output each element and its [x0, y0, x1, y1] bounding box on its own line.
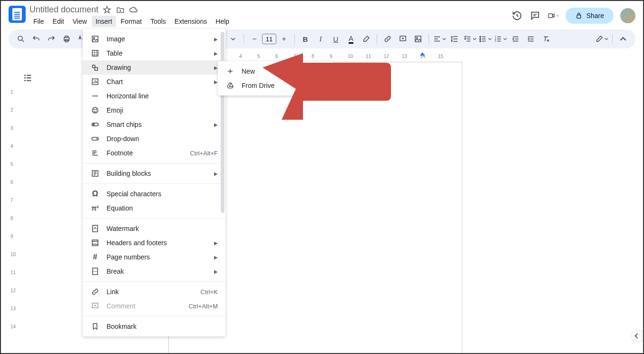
- share-button[interactable]: Share: [566, 8, 614, 24]
- ruler-number: 10: [10, 252, 16, 257]
- line-spacing-icon[interactable]: [448, 32, 461, 46]
- plus-icon: [225, 67, 235, 76]
- menu-extensions[interactable]: Extensions: [171, 16, 211, 27]
- side-panel-toggle-icon[interactable]: [631, 330, 642, 342]
- ruler-number: 9: [330, 54, 332, 59]
- ruler-number: 13: [402, 54, 407, 59]
- menu-item-break[interactable]: Break▶: [83, 264, 225, 278]
- ruler-number: 8: [10, 216, 13, 221]
- menu-format[interactable]: Format: [117, 16, 146, 27]
- right-margin-marker[interactable]: [420, 52, 425, 56]
- document-title[interactable]: Untitled document: [29, 5, 98, 15]
- highlight-icon[interactable]: [360, 32, 373, 46]
- italic-icon[interactable]: I: [314, 32, 327, 46]
- underline-icon[interactable]: U: [329, 32, 342, 46]
- submenu-item-label: New: [242, 67, 325, 75]
- editing-mode-icon[interactable]: [595, 32, 608, 46]
- menu-divider: [83, 316, 225, 316]
- menu-item-label: Link: [107, 288, 194, 296]
- move-icon[interactable]: [116, 5, 125, 15]
- cloud-status-icon[interactable]: [129, 5, 138, 15]
- menu-item-label: Page numbers: [107, 253, 207, 261]
- decrease-font-icon[interactable]: [248, 32, 261, 46]
- numbered-list-icon[interactable]: 123: [494, 32, 507, 46]
- menu-item-headers-and-footers[interactable]: Headers and footers▶: [83, 236, 225, 250]
- menu-item-page-numbers[interactable]: #Page numbers▶: [83, 250, 225, 264]
- insert-image-icon[interactable]: [411, 32, 425, 46]
- styles-dropdown-arrow-icon[interactable]: [226, 32, 240, 46]
- menu-item-label: Building blocks: [107, 170, 207, 177]
- menu-tools[interactable]: Tools: [146, 16, 170, 27]
- menu-edit[interactable]: Edit: [49, 16, 68, 27]
- outline-toggle-icon[interactable]: [21, 71, 34, 85]
- pi-icon: π²: [90, 203, 100, 213]
- menu-item-chart[interactable]: Chart▶: [83, 75, 225, 89]
- menu-item-smart-chips[interactable]: Smart chips▶: [83, 117, 225, 132]
- menu-item-watermark[interactable]: Watermark: [83, 221, 225, 236]
- chart-icon: [90, 77, 100, 86]
- ruler-number: 7: [293, 54, 296, 59]
- increase-indent-icon[interactable]: [524, 32, 537, 46]
- menu-item-label: Chart: [107, 78, 207, 86]
- align-icon[interactable]: [433, 32, 446, 46]
- ruler-number: 1: [10, 89, 13, 95]
- checklist-icon[interactable]: [463, 32, 477, 46]
- svg-rect-18: [95, 67, 98, 70]
- menu-view[interactable]: View: [69, 16, 91, 27]
- submenu-arrow-icon: ▶: [214, 51, 218, 56]
- add-comment-icon[interactable]: [396, 32, 410, 46]
- menu-file[interactable]: File: [29, 16, 48, 27]
- ruler-number: 4: [239, 54, 242, 59]
- ruler-number: 3: [10, 125, 13, 131]
- clear-format-icon[interactable]: [539, 32, 553, 46]
- menu-help[interactable]: Help: [212, 16, 233, 27]
- comment-icon: [90, 301, 100, 311]
- bold-icon[interactable]: B: [299, 32, 312, 46]
- menu-item-table[interactable]: Table▶: [83, 46, 225, 60]
- svg-text:3: 3: [495, 39, 496, 42]
- redo-icon[interactable]: [45, 32, 58, 46]
- avatar[interactable]: [620, 8, 635, 23]
- search-icon[interactable]: [14, 32, 28, 46]
- break-icon: [90, 267, 100, 276]
- link-icon[interactable]: [381, 32, 394, 46]
- increase-font-icon[interactable]: [277, 32, 291, 46]
- menu-item-special-characters[interactable]: ΩSpecial characters: [83, 187, 225, 201]
- bookmark-icon: [90, 322, 100, 331]
- menu-item-image[interactable]: Image▶: [83, 32, 225, 46]
- menu-item-link[interactable]: LinkCtrl+K: [83, 285, 225, 299]
- meet-icon[interactable]: [547, 10, 559, 21]
- menu-item-drop-down[interactable]: Drop-down: [83, 132, 225, 146]
- menu-item-footnote[interactable]: FootnoteCtrl+Alt+F: [83, 146, 225, 160]
- star-icon[interactable]: [102, 5, 112, 15]
- menu-item-horizontal-line[interactable]: Horizontal line: [83, 89, 225, 103]
- menu-item-label: Smart chips: [107, 121, 207, 128]
- submenu-item-from-drive[interactable]: From Drive: [218, 78, 333, 93]
- submenu-item-new[interactable]: New: [218, 64, 333, 78]
- menu-item-equation[interactable]: π²Equation: [83, 201, 225, 215]
- menu-item-emoji[interactable]: Emoji: [83, 103, 225, 117]
- comments-icon[interactable]: [529, 10, 541, 21]
- decrease-indent-icon[interactable]: [509, 32, 522, 46]
- menu-item-drawing[interactable]: Drawing▶: [83, 60, 225, 75]
- hash-icon: #: [90, 252, 100, 262]
- ruler-number: 10: [348, 54, 353, 59]
- bullet-list-icon[interactable]: [478, 32, 492, 46]
- menu-item-label: Comment: [107, 302, 182, 310]
- menu-item-bookmark[interactable]: Bookmark: [83, 319, 225, 334]
- docs-logo-icon[interactable]: [9, 6, 26, 23]
- submenu-arrow-icon: ▶: [214, 37, 218, 42]
- menu-insert[interactable]: Insert: [92, 16, 116, 27]
- menu-item-building-blocks[interactable]: Building blocks▶: [83, 166, 225, 181]
- font-size-input[interactable]: [262, 34, 276, 44]
- link-icon: [90, 287, 100, 297]
- submenu-arrow-icon: ▶: [214, 122, 218, 127]
- vertical-ruler[interactable]: 1234567891011121314: [10, 62, 17, 353]
- print-icon[interactable]: [60, 32, 73, 46]
- text-color-icon[interactable]: A: [344, 32, 358, 46]
- svg-point-10: [480, 40, 481, 41]
- undo-icon[interactable]: [29, 32, 43, 46]
- collapse-toolbar-icon[interactable]: [616, 32, 630, 46]
- svg-point-7: [417, 38, 418, 38]
- history-icon[interactable]: [511, 10, 523, 21]
